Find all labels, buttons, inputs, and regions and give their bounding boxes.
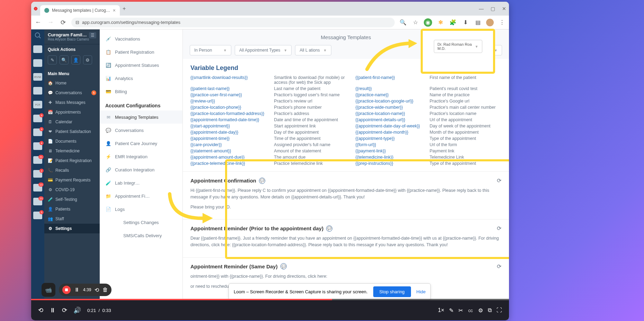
sidebar-item-settings[interactable]: ⚙Settings [44, 224, 100, 233]
rail-thumb[interactable] [33, 59, 42, 67]
rail-thumb[interactable]: 21 [33, 156, 42, 164]
subnav-item-sms-calls-delivery[interactable]: SMS/Calls Delivery [100, 229, 182, 242]
subnav-item-messaging-templates[interactable]: ✉Messaging Templates [100, 110, 182, 124]
rail-thumb[interactable] [33, 45, 42, 53]
variable-token[interactable]: {{payment-link}} [356, 149, 420, 153]
rail-thumb[interactable] [33, 87, 42, 95]
rail-thumb[interactable]: 13 [33, 184, 42, 191]
forward-button[interactable]: ⟳ [62, 306, 67, 314]
rail-thumb[interactable]: 9 [33, 128, 42, 136]
play-pause-button[interactable]: ⏸ [50, 307, 56, 314]
settings-button[interactable]: ⚙ [478, 307, 483, 314]
variable-token[interactable]: {{care-provider}} [190, 142, 264, 147]
variable-token[interactable]: {{smartlink-download-results}} [190, 75, 264, 85]
rail-thumb[interactable]: IRVNE [33, 73, 42, 81]
variable-token[interactable]: {{review-url}} [190, 99, 264, 104]
refresh-button[interactable]: ⟳ [497, 225, 501, 232]
filter-locations[interactable]: All L ations▼ [295, 45, 331, 55]
refresh-button[interactable]: ⟳ [497, 263, 501, 270]
trim-button[interactable]: ✂ [458, 307, 463, 314]
search-button[interactable]: 🔍 [60, 55, 69, 64]
variable-token[interactable]: {{practice-location-formatted-address}} [190, 111, 264, 116]
hide-share-link[interactable]: Hide [417, 289, 426, 294]
rail-thumb[interactable]: 2 [33, 170, 42, 178]
variable-token[interactable]: {{start-appointment}} [190, 124, 264, 128]
menu-icon[interactable]: ⋮ [498, 18, 506, 27]
address-bar[interactable]: ⊟ app.curogram.com/settings/messaging-te… [71, 18, 395, 27]
rail-thumb[interactable]: 23 [33, 198, 42, 205]
variable-token[interactable]: {{practice-wide-number}} [356, 105, 420, 110]
subnav-item-curation-integration[interactable]: 🔗Curation Integration [100, 163, 182, 176]
reload-button[interactable]: ⟳ [59, 19, 67, 26]
sidebar-item-patient-satisfaction[interactable]: ❤Patient Satisfaction [44, 127, 100, 136]
forward-button[interactable]: → [46, 19, 55, 26]
variable-token[interactable]: {{result}} [356, 86, 420, 91]
variable-token[interactable]: {{prep-instructions}} [356, 161, 420, 166]
variable-token[interactable]: {{appointment-date-month}} [356, 130, 420, 135]
sidebar-item-covid-19[interactable]: ⚙COVID-19 [44, 185, 100, 195]
downloads-icon[interactable]: ⬇ [461, 18, 469, 27]
new-tab-button[interactable]: + [123, 6, 126, 12]
extension-settings-icon[interactable]: ✻ [436, 18, 445, 27]
variable-token[interactable]: {{practice-location-phone}} [190, 105, 264, 110]
sms-icon[interactable]: 💬 [326, 225, 332, 232]
fullscreen-button[interactable]: ⛶ [497, 307, 502, 313]
subnav-item-appointment-statuses[interactable]: 🔄Appointment Statuses [100, 59, 182, 72]
pip-button[interactable]: ⧉ [488, 307, 492, 313]
sidebar-item-staff[interactable]: 👥Staff [44, 214, 100, 224]
rail-thumb[interactable]: 5 [33, 212, 42, 219]
variable-token[interactable]: {{statement-amount}} [190, 149, 264, 153]
pause-record-button[interactable]: ⏸ [74, 287, 80, 293]
variable-token[interactable]: {{practice-name}} [356, 92, 420, 97]
sidebar-item-payment-requests[interactable]: 💳Payment Requests [44, 175, 100, 185]
window-maximize-icon[interactable]: ▢ [491, 6, 495, 11]
filter-provider[interactable]: Dr. Rad Roman Roa M.D. ▼ [434, 40, 482, 53]
bookmark-icon[interactable]: ☆ [411, 18, 420, 27]
site-info-icon[interactable]: ⊟ [75, 20, 79, 25]
stop-sharing-button[interactable]: Stop sharing [373, 286, 411, 297]
subnav-item-lab-integr-[interactable]: 🧪Lab Integr… [100, 176, 182, 189]
refresh-button[interactable]: ⟳ [497, 177, 501, 184]
variable-token[interactable]: {{practice-location-google-url}} [356, 99, 420, 104]
subnav-item-settings-changes[interactable]: Settings Changes [100, 216, 182, 229]
sidebar-item-appointments[interactable]: 📅Appointments [44, 107, 100, 117]
variable-token[interactable]: {{telemedicine-link}} [356, 155, 420, 160]
sidebar-item-documents[interactable]: 📄Documents [44, 136, 100, 146]
rail-thumb[interactable]: PCR [33, 101, 42, 108]
sidepanel-icon[interactable]: ▤ [474, 18, 482, 27]
rail-thumb[interactable]: 4 [33, 142, 42, 150]
variable-token[interactable]: {{appointment-type}} [356, 136, 420, 141]
restart-record-button[interactable]: ⟲ [95, 287, 99, 293]
transcript-button[interactable]: ✎ [449, 307, 454, 314]
rail-thumb[interactable]: 9 [33, 115, 42, 122]
tab-close-icon[interactable]: × [113, 8, 116, 13]
variable-token[interactable]: {{appointment-details-url}} [356, 117, 420, 122]
variable-token[interactable]: {{appointment-formatted-date-time}} [190, 117, 264, 122]
subnav-item-analytics[interactable]: 📊Analytics [100, 72, 182, 85]
filters-button[interactable]: ⚙ [83, 55, 92, 64]
filter-visit-type[interactable]: In Person▼ [190, 45, 231, 55]
variable-token[interactable]: {{appointment-time}} [190, 136, 264, 141]
variable-token[interactable]: {{appointment-amount-due}} [190, 155, 264, 160]
subnav-item-patient-registration[interactable]: 📋Patient Registration [100, 45, 182, 59]
profile-avatar-icon[interactable] [486, 19, 494, 26]
subnav-item-logs[interactable]: 📄Logs [100, 203, 182, 216]
variable-token[interactable]: {{appointment-date-day-of-week}} [356, 124, 420, 128]
back-button[interactable]: ← [34, 19, 42, 26]
subnav-item-patient-care-journey[interactable]: 👤Patient Care Journey [100, 137, 182, 150]
sidebar-item-patients[interactable]: 👤Patients [44, 204, 100, 214]
variable-token[interactable]: {{patient-last-name}} [190, 86, 264, 91]
extension-grammarly-icon[interactable]: ◉ [424, 18, 432, 27]
subnav-item-billing[interactable]: 💳Billing [100, 85, 182, 98]
sidebar-item-self-testing[interactable]: 🧪Self-Testing [44, 195, 100, 204]
stop-record-button[interactable] [62, 286, 71, 294]
variable-token[interactable]: {{patient-first-name}} [356, 75, 420, 85]
cc-button[interactable]: ㏄ [468, 307, 473, 314]
variable-token[interactable]: {{form-url}} [356, 142, 420, 147]
hamburger-icon[interactable]: ☰ [89, 32, 96, 38]
sms-icon[interactable]: 💬 [259, 178, 265, 184]
sidebar-item-telemedicine[interactable]: 🖥Telemedicine [44, 146, 100, 156]
sidebar-item-conversations[interactable]: 💬Conversations5 [44, 88, 100, 98]
sidebar-item-mass-messages[interactable]: ✚Mass Messages [44, 98, 100, 107]
subnav-item-appointment-fi-[interactable]: 📁Appointment Fi… [100, 189, 182, 203]
